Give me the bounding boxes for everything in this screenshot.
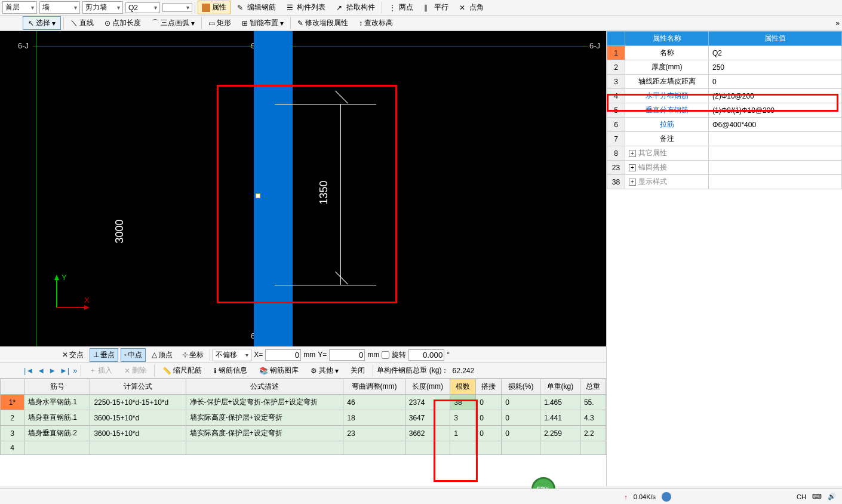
- top-toolbar: 首层 墙 剪力墙 Q2 属性 ✎编辑钢筋 ☰构件列表 ↗拾取构件 ⋮两点 ∥平行…: [0, 0, 842, 16]
- check-elevation-button[interactable]: ↕查改标高: [355, 16, 397, 30]
- coordinate-axis: Y X: [45, 272, 93, 319]
- rebar-header[interactable]: 公式描述: [186, 379, 343, 395]
- rebar-header[interactable]: 总重: [580, 379, 606, 395]
- prop-row[interactable]: 8+其它属性: [607, 146, 842, 161]
- canvas[interactable]: 6-J 6-J 6-1 6-1 3000 1350: [0, 31, 606, 346]
- expand-icon[interactable]: +: [629, 150, 636, 157]
- ime-label[interactable]: CH: [797, 493, 806, 500]
- snap-intersection[interactable]: ✕交点: [59, 348, 87, 362]
- component-dropdown[interactable]: Q2: [125, 2, 160, 13]
- nav-prev[interactable]: ◄: [37, 366, 45, 375]
- table-row[interactable]: 4: [1, 441, 606, 455]
- elevation-icon: ↕: [359, 19, 362, 27]
- snap-coordinate[interactable]: ⊹坐标: [179, 348, 207, 362]
- rect-button[interactable]: ▭矩形: [204, 16, 235, 30]
- ime-icon[interactable]: ⌨: [812, 493, 822, 500]
- insert-button[interactable]: ＋插入: [85, 364, 116, 377]
- delete-button[interactable]: ✕删除: [120, 364, 150, 377]
- modify-wall-button[interactable]: ✎修改墙段属性: [293, 16, 352, 30]
- prop-row[interactable]: 23+锚固搭接: [607, 161, 842, 175]
- more-icon[interactable]: »: [835, 19, 840, 27]
- vertex-icon: △: [152, 351, 157, 359]
- point-angle-button[interactable]: ✕点角: [455, 1, 488, 14]
- rebar-header[interactable]: 筋号: [24, 379, 90, 395]
- y-input[interactable]: [329, 349, 365, 361]
- component-list-button[interactable]: ☰构件列表: [282, 1, 330, 14]
- properties-icon: [202, 4, 210, 12]
- rotate-checkbox[interactable]: [382, 351, 389, 359]
- level-dropdown[interactable]: 首层: [2, 1, 37, 14]
- extra-dropdown[interactable]: [162, 3, 192, 12]
- snap-vertex[interactable]: △顶点: [148, 348, 176, 362]
- rebar-table[interactable]: 筋号计算公式公式描述弯曲调整(mm)长度(mm)根数搭接损耗(%)单重(kg)总…: [0, 379, 606, 455]
- rebar-library-button[interactable]: 📚钢筋图库: [255, 364, 303, 377]
- prop-header-value: 属性值: [709, 32, 842, 46]
- wall-handle[interactable]: [256, 193, 260, 198]
- tray-icon-1[interactable]: [662, 492, 671, 502]
- point-icon: ⊙: [105, 19, 110, 27]
- divider: [290, 17, 291, 29]
- nav-next[interactable]: ►: [48, 366, 56, 375]
- rebar-header[interactable]: 搭接: [476, 379, 502, 395]
- table-row[interactable]: 1*墙身水平钢筋.12250-15+10*d-15+10*d净长-保护层+设定弯…: [1, 395, 606, 410]
- snap-midpoint[interactable]: ◦中点: [121, 348, 146, 362]
- rebar-header[interactable]: 计算公式: [90, 379, 186, 395]
- rebar-header[interactable]: 根数: [450, 379, 476, 395]
- rebar-header[interactable]: 长度(mm): [405, 379, 450, 395]
- rect-icon: ▭: [208, 19, 215, 27]
- nav-last[interactable]: ►|: [60, 366, 69, 375]
- category-dropdown[interactable]: 墙: [39, 1, 80, 14]
- rebar-info-button[interactable]: ℹ钢筋信息: [210, 364, 251, 377]
- subcategory-dropdown[interactable]: 剪力墙: [82, 1, 123, 14]
- prop-row[interactable]: 6拉筋Φ6@400*400: [607, 118, 842, 132]
- prop-row[interactable]: 3轴线距左墙皮距离0: [607, 75, 842, 89]
- rotate-input[interactable]: [408, 349, 444, 361]
- snap-perpendicular[interactable]: ⊥垂点: [90, 348, 118, 362]
- rebar-header[interactable]: 损耗(%): [502, 379, 540, 395]
- table-row[interactable]: 3墙身垂直钢筋.23600-15+10*d墙实际高度-保护层+设定弯折23366…: [1, 426, 606, 441]
- sound-icon[interactable]: 🔊: [828, 493, 836, 500]
- line-button[interactable]: ＼直线: [66, 16, 98, 30]
- point-length-button[interactable]: ⊙点加长度: [100, 16, 145, 30]
- offset-dropdown[interactable]: 不偏移: [213, 349, 251, 361]
- properties-table[interactable]: 属性名称 属性值 1名称Q22厚度(mm)2503轴线距左墙皮距离04水平分布钢…: [607, 31, 842, 189]
- edit-rebar-button[interactable]: ✎编辑钢筋: [233, 1, 280, 14]
- prop-row[interactable]: 4水平分布钢筋(2)Φ10@200: [607, 89, 842, 103]
- dim-line-top: [275, 104, 376, 105]
- pick-component-button[interactable]: ↗拾取构件: [332, 1, 379, 14]
- rotate-unit: °: [447, 351, 450, 359]
- wall-element[interactable]: [254, 31, 293, 346]
- x-input[interactable]: [265, 349, 301, 361]
- prop-row[interactable]: 38+显示样式: [607, 175, 842, 189]
- prop-row[interactable]: 5垂直分布钢筋(1)Φ8/(1)Φ10@200: [607, 103, 842, 118]
- arc-button[interactable]: ⌒三点画弧 ▾: [147, 16, 199, 30]
- rebar-header[interactable]: 单重(kg): [540, 379, 580, 395]
- select-tool[interactable]: ↖选择 ▾: [23, 16, 61, 30]
- total-weight-label: 单构件钢筋总重 (kg)：: [377, 365, 448, 376]
- x-label: X=: [254, 351, 263, 359]
- parallel-icon: ∥: [424, 4, 432, 12]
- prop-row[interactable]: 2厚度(mm)250: [607, 60, 842, 75]
- expand-icon[interactable]: +: [629, 179, 636, 186]
- properties-button[interactable]: 属性: [198, 1, 231, 14]
- rebar-header[interactable]: 弯曲调整(mm): [343, 379, 405, 395]
- divider: [63, 17, 64, 29]
- y-unit: mm: [367, 351, 379, 359]
- prop-row[interactable]: 1名称Q2: [607, 46, 842, 60]
- table-row[interactable]: 2墙身垂直钢筋.13600-15+10*d墙实际高度-保护层+设定弯折18364…: [1, 410, 606, 426]
- close-button[interactable]: 关闭: [346, 364, 369, 377]
- rebar-header[interactable]: [1, 379, 24, 395]
- prop-row[interactable]: 7备注: [607, 132, 842, 146]
- list-icon: ☰: [287, 4, 295, 12]
- nav-first[interactable]: |◄: [24, 366, 33, 375]
- expand-icon[interactable]: +: [629, 164, 636, 171]
- two-point-button[interactable]: ⋮两点: [385, 1, 417, 14]
- nav-toolbar: |◄ ◄ ► ►| » ＋插入 ✕删除 📏缩尺配筋 ℹ钢筋信息 📚钢筋图库 ⚙其…: [0, 363, 606, 379]
- svg-text:Y: Y: [62, 273, 67, 282]
- ruler-button[interactable]: 📏缩尺配筋: [158, 364, 206, 377]
- parallel-button[interactable]: ∥平行: [420, 1, 453, 14]
- nav-next2[interactable]: »: [73, 366, 77, 375]
- other-button[interactable]: ⚙其他 ▾: [306, 364, 343, 377]
- smart-layout-button[interactable]: ⊞智能布置 ▾: [238, 16, 288, 30]
- divider: [210, 349, 210, 361]
